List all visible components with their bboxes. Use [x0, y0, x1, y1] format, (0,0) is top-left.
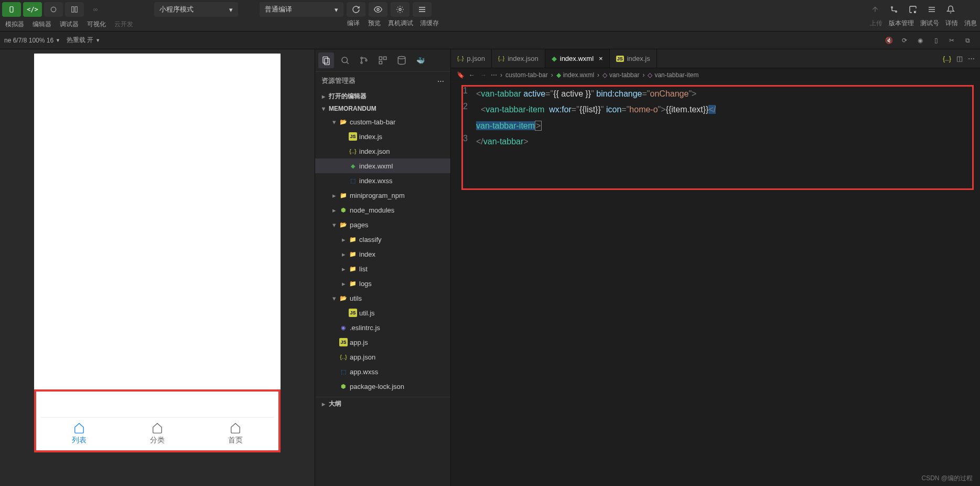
outline-section[interactable]: ▸大纲 — [315, 397, 450, 410]
svg-rect-19 — [384, 57, 386, 59]
cut-icon[interactable]: ✂ — [947, 36, 956, 45]
tree-item[interactable]: {..}index.json — [315, 144, 450, 159]
remote-debug-button[interactable] — [391, 2, 410, 17]
editor-toggle[interactable]: </> — [23, 2, 42, 17]
tree-item[interactable]: ⬚app.wxss — [315, 364, 450, 379]
label-cache: 清缓存 — [416, 18, 443, 29]
popout-icon[interactable]: ⧉ — [963, 36, 972, 45]
code-editor[interactable]: 1<van-tabbar active="{{ active }}" bind:… — [451, 82, 980, 486]
tree-item[interactable]: ▸📁list — [315, 261, 450, 276]
compile-button[interactable] — [347, 2, 365, 17]
tree-item[interactable]: ▾📂pages — [315, 217, 450, 232]
tree-item[interactable]: ▸📁index — [315, 247, 450, 261]
label-simulator: 模拟器 — [2, 19, 27, 30]
docker-icon[interactable]: 🐳 — [413, 52, 428, 68]
svg-rect-12 — [325, 58, 329, 65]
label-debugger: 调试器 — [57, 19, 82, 30]
tree-item[interactable]: ⬢package-lock.json — [315, 379, 450, 394]
test-button[interactable] — [904, 2, 921, 17]
simulator-subbar: ne 6/7/8 100% 16 ▼ 热重载 开 ▼ 🔇 ⟳ ◉ ▯ ✂ ⧉ — [0, 31, 980, 49]
forward-icon[interactable]: → — [479, 71, 488, 79]
tree-item[interactable]: ▸📁miniprogram_npm — [315, 188, 450, 203]
activity-bar: 🐳 — [315, 49, 450, 72]
svg-point-15 — [361, 57, 362, 59]
upload-button[interactable] — [867, 2, 884, 17]
tree-item[interactable]: JSutil.js — [315, 305, 450, 320]
svg-point-16 — [361, 62, 362, 64]
extensions-icon[interactable] — [375, 52, 391, 68]
cloud-dev-toggle[interactable]: ∞ — [86, 2, 105, 17]
search-icon[interactable] — [337, 52, 353, 68]
tree-item[interactable]: ⬚index.wxss — [315, 173, 450, 188]
tree-item[interactable]: ◆index.wxml — [315, 159, 450, 173]
tree-item[interactable]: JSapp.js — [315, 335, 450, 350]
svg-rect-0 — [10, 7, 13, 13]
breadcrumbs[interactable]: 🔖 ← → ⋯› custom-tab-bar› ◆index.wxml› ◇v… — [451, 68, 980, 82]
project-section[interactable]: ▾MEMORANDUM — [315, 103, 450, 114]
database-icon[interactable] — [394, 52, 410, 68]
git-icon[interactable] — [356, 52, 372, 68]
tree-item[interactable]: ◉.eslintrc.js — [315, 320, 450, 335]
svg-rect-18 — [379, 57, 382, 59]
more-icon[interactable]: ⋯ — [968, 55, 975, 62]
label-visualize: 可视化 — [84, 19, 109, 30]
mute-icon[interactable]: 🔇 — [885, 36, 893, 45]
svg-rect-3 — [75, 7, 77, 13]
editor-tab[interactable]: JSindex.js — [610, 49, 657, 68]
tree-item[interactable]: ▸📁logs — [315, 276, 450, 291]
file-tree: ▾📂custom-tab-barJSindex.js{..}index.json… — [315, 114, 450, 394]
open-editors-section[interactable]: ▸打开的编辑器 — [315, 90, 450, 103]
svg-point-17 — [365, 60, 367, 61]
preview-button[interactable] — [369, 2, 387, 17]
svg-rect-20 — [379, 61, 382, 64]
simulator-pane: 列表 分类 首页 — [0, 49, 315, 486]
tabbar-item-list[interactable]: 列表 — [40, 422, 119, 445]
tree-item[interactable]: ▾📂custom-tab-bar — [315, 114, 450, 129]
version-button[interactable] — [886, 2, 902, 17]
back-icon[interactable]: ← — [468, 71, 476, 79]
simulator-toggle[interactable] — [2, 2, 21, 17]
split-icon[interactable]: ◫ — [956, 55, 963, 62]
app-tabbar: 列表 分类 首页 — [40, 417, 274, 445]
tree-item[interactable]: {..}app.json — [315, 350, 450, 364]
editor-tab[interactable]: {..}index.json — [492, 49, 545, 68]
tree-item[interactable]: ▸📁classify — [315, 232, 450, 247]
hotreload-select[interactable]: 热重载 开 ▼ — [67, 36, 100, 45]
device-select[interactable]: ne 6/7/8 100% 16 ▼ — [4, 37, 60, 44]
refresh-icon[interactable]: ⟳ — [900, 36, 909, 45]
svg-rect-2 — [72, 7, 74, 13]
close-icon[interactable]: × — [599, 55, 603, 62]
label-cloud: 云开发 — [111, 19, 136, 30]
braces-icon[interactable]: {..} — [943, 55, 951, 62]
explorer-icon[interactable] — [318, 52, 334, 68]
label-compile: 编译 — [343, 18, 364, 29]
editor-tabs: {..}p.json{..}index.json◆index.wxml×JSin… — [451, 49, 980, 68]
phone-icon[interactable]: ▯ — [932, 36, 940, 45]
highlight-box: 列表 分类 首页 — [34, 389, 281, 452]
phone-frame: 列表 分类 首页 — [34, 54, 281, 452]
visualize-toggle[interactable] — [65, 2, 84, 17]
explorer-title: 资源管理器 — [321, 76, 356, 86]
editor-tab[interactable]: {..}p.json — [451, 49, 492, 68]
explorer-pane: 🐳 资源管理器 ⋯ ▸打开的编辑器 ▾MEMORANDUM ▾📂custom-t… — [315, 49, 451, 486]
editor-tab[interactable]: ◆index.wxml× — [545, 49, 610, 68]
bookmark-icon[interactable]: 🔖 — [456, 71, 465, 79]
tree-item[interactable]: ▸⬢node_modules — [315, 203, 450, 217]
svg-line-14 — [347, 62, 349, 64]
tree-item[interactable]: JSindex.js — [315, 129, 450, 144]
tree-item[interactable]: ▾📂utils — [315, 291, 450, 305]
label-editor: 编辑器 — [29, 19, 55, 30]
compile-select[interactable]: 普通编译▾ — [260, 2, 343, 17]
debugger-toggle[interactable] — [44, 2, 63, 17]
mode-select[interactable]: 小程序模式▾ — [154, 2, 238, 17]
tabbar-item-home[interactable]: 首页 — [196, 422, 274, 445]
home-icon — [73, 422, 85, 434]
details-button[interactable] — [923, 2, 940, 17]
stop-icon[interactable]: ◉ — [916, 36, 924, 45]
message-button[interactable] — [942, 2, 959, 17]
home-icon — [230, 422, 241, 434]
clear-cache-button[interactable] — [413, 2, 432, 17]
more-icon[interactable]: ⋯ — [437, 77, 444, 85]
label-remote: 真机调试 — [385, 18, 416, 29]
tabbar-item-classify[interactable]: 分类 — [119, 422, 197, 445]
